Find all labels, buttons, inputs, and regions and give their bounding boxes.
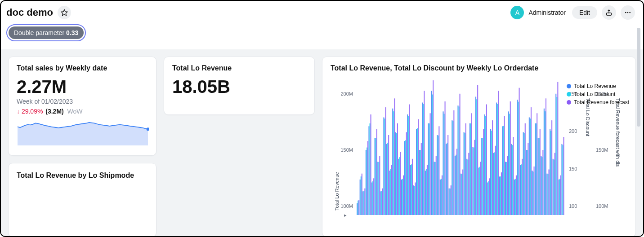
svg-rect-164 — [371, 114, 371, 215]
svg-rect-111 — [420, 150, 421, 215]
svg-rect-142 — [512, 145, 513, 215]
svg-rect-227 — [557, 82, 558, 215]
svg-rect-148 — [530, 118, 531, 215]
svg-rect-106 — [405, 140, 406, 215]
legend-item[interactable]: Total Revenue forecast — [567, 99, 629, 105]
svg-rect-191 — [451, 185, 452, 215]
svg-rect-39 — [413, 185, 414, 215]
legend-item[interactable]: Total Lo Discount — [567, 91, 629, 97]
svg-rect-109 — [414, 186, 415, 215]
svg-point-2 — [625, 12, 626, 13]
svg-rect-93 — [367, 148, 367, 215]
svg-rect-186 — [436, 156, 437, 215]
svg-rect-215 — [522, 159, 523, 215]
svg-rect-41 — [419, 150, 420, 215]
card-total-sales[interactable]: Total sales by Weekly date 2.27M Week of… — [8, 57, 157, 156]
svg-rect-167 — [379, 156, 380, 215]
svg-rect-152 — [541, 157, 542, 215]
svg-rect-20 — [357, 203, 358, 215]
svg-rect-225 — [551, 120, 552, 215]
card-revenue-shipmode[interactable]: Total Lo Revenue by Lo Shipmode — [8, 163, 157, 237]
svg-rect-70 — [505, 162, 506, 215]
svg-rect-75 — [520, 165, 521, 215]
svg-rect-66 — [493, 153, 494, 215]
svg-rect-73 — [514, 180, 515, 215]
svg-rect-229 — [564, 137, 564, 215]
svg-rect-218 — [531, 107, 532, 215]
svg-rect-177 — [409, 105, 410, 215]
svg-rect-143 — [515, 179, 516, 215]
svg-rect-203 — [486, 105, 487, 215]
card-title: Total sales by Weekly date — [17, 64, 148, 72]
svg-rect-79 — [532, 171, 532, 215]
svg-rect-21 — [360, 180, 361, 215]
svg-rect-182 — [424, 91, 425, 215]
svg-rect-31 — [389, 171, 390, 215]
svg-rect-103 — [396, 133, 397, 215]
svg-rect-195 — [462, 170, 463, 215]
favorite-button[interactable] — [58, 6, 71, 19]
svg-rect-33 — [395, 132, 396, 215]
svg-rect-163 — [367, 141, 368, 215]
svg-rect-57 — [466, 159, 467, 215]
kpi-value: 18.05B — [172, 77, 306, 97]
svg-rect-51 — [449, 189, 450, 215]
parameter-pill-selected[interactable]: Double parameter 0.33 — [6, 24, 86, 41]
svg-rect-42 — [422, 103, 423, 215]
svg-rect-158 — [559, 179, 560, 215]
legend-item[interactable]: Total Lo Revenue — [567, 83, 629, 89]
card-total-lo-revenue[interactable]: Total Lo Revenue 18.05B — [164, 57, 315, 115]
arrow-down-icon: ↓ 29.09% — [17, 108, 43, 115]
svg-rect-68 — [499, 176, 500, 215]
svg-rect-55 — [461, 174, 461, 215]
svg-rect-100 — [387, 143, 388, 215]
svg-rect-78 — [529, 118, 530, 215]
svg-rect-86 — [553, 159, 554, 215]
svg-rect-60 — [475, 97, 476, 215]
svg-rect-126 — [465, 133, 465, 215]
svg-rect-181 — [421, 143, 422, 215]
svg-rect-154 — [548, 174, 549, 215]
svg-rect-46 — [434, 162, 435, 215]
avatar[interactable]: A — [510, 6, 524, 19]
dashboard-canvas: Total sales by Weekly date 2.27M Week of… — [1, 49, 643, 237]
svg-rect-214 — [519, 88, 520, 215]
svg-rect-88 — [559, 180, 559, 215]
svg-rect-136 — [494, 152, 495, 215]
svg-rect-123 — [456, 155, 456, 215]
svg-rect-24 — [368, 126, 369, 215]
svg-rect-149 — [533, 171, 534, 215]
sparkline-chart — [17, 119, 148, 148]
svg-rect-107 — [408, 116, 409, 215]
svg-rect-96 — [376, 138, 376, 215]
svg-rect-184 — [430, 113, 431, 215]
svg-rect-117 — [438, 136, 438, 215]
svg-rect-228 — [560, 176, 561, 215]
scrollbar-thumb[interactable] — [637, 28, 640, 127]
card-title: Total Lo Revenue, Total Lo Discount by W… — [331, 64, 627, 72]
svg-rect-114 — [429, 123, 430, 215]
svg-rect-63 — [484, 114, 485, 215]
svg-rect-217 — [528, 143, 528, 215]
svg-rect-45 — [431, 91, 432, 215]
scrollbar[interactable] — [637, 28, 640, 162]
edit-button[interactable]: Edit — [572, 6, 597, 19]
svg-point-4 — [629, 12, 631, 13]
svg-text:150M: 150M — [596, 147, 608, 153]
kpi-value: 2.27M — [17, 77, 148, 97]
share-button[interactable] — [602, 5, 616, 20]
more-button[interactable] — [621, 5, 635, 20]
parameter-value: 0.33 — [66, 29, 78, 36]
card-combo-chart[interactable]: Total Lo Revenue, Total Lo Discount by W… — [322, 57, 636, 237]
svg-rect-74 — [517, 100, 518, 215]
svg-rect-122 — [452, 121, 453, 215]
svg-rect-110 — [417, 128, 418, 215]
svg-rect-97 — [378, 162, 379, 215]
svg-rect-202 — [483, 129, 484, 215]
svg-rect-193 — [456, 149, 457, 215]
svg-rect-188 — [442, 176, 443, 215]
svg-rect-200 — [477, 85, 478, 215]
svg-rect-89 — [561, 144, 562, 215]
svg-text:150M: 150M — [340, 147, 353, 153]
svg-rect-130 — [476, 99, 477, 215]
